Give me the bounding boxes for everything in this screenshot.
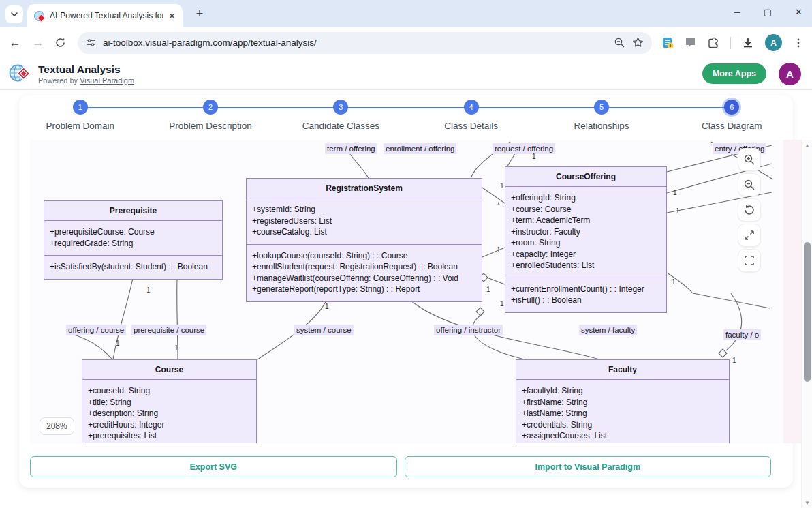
powered-by: Powered by Visual Paradigm xyxy=(38,76,134,85)
multiplicity-label: 1 xyxy=(732,357,736,364)
zoom-level-badge: 208% xyxy=(40,417,74,435)
back-button[interactable]: ← xyxy=(8,36,22,50)
step-number: 4 xyxy=(464,100,479,115)
user-avatar[interactable]: A xyxy=(779,63,801,85)
toolbar-divider xyxy=(730,37,731,49)
forward-button[interactable]: → xyxy=(31,36,45,50)
scroll-down-button[interactable]: ▼ xyxy=(802,497,812,508)
visual-paradigm-logo xyxy=(8,62,31,85)
app-header: Textual Analysis Powered by Visual Parad… xyxy=(0,58,812,90)
extensions-icon[interactable] xyxy=(707,37,719,49)
scroll-up-button[interactable]: ▲ xyxy=(802,140,812,151)
page-scrollbar[interactable]: ▲ ▼ xyxy=(801,140,812,508)
app-titles: Textual Analysis Powered by Visual Parad… xyxy=(38,63,134,85)
address-bar[interactable]: ai-toolbox.visual-paradigm.com/app/textu… xyxy=(78,32,652,54)
close-button[interactable]: ✕ xyxy=(795,7,802,17)
multiplicity-label: 1 xyxy=(532,153,536,160)
tab-close-icon[interactable]: ✕ xyxy=(168,11,176,21)
toolbar-icons: A xyxy=(661,34,804,51)
browser-toolbar: ← → ai-toolbox.visual-paradigm.com/app/t… xyxy=(0,27,812,58)
steps: 1Problem Domain2Problem Description3Cand… xyxy=(15,90,797,140)
comment-bubble-icon[interactable] xyxy=(685,37,696,48)
maximize-button[interactable]: ▢ xyxy=(764,7,772,17)
zoom-in-button[interactable] xyxy=(738,148,761,171)
expand-icon xyxy=(743,229,755,241)
canvas-controls xyxy=(738,148,761,272)
step-number: 6 xyxy=(724,100,739,115)
diagram-canvas[interactable]: Prerequisite+prerequisiteCourse: Course+… xyxy=(30,140,801,443)
chevron-down-icon xyxy=(10,10,18,18)
step-label: Class Details xyxy=(444,121,498,131)
page: AI-Powered Textual Analysis for ✕ + ─ ▢ … xyxy=(0,0,812,508)
multiplicity-label: 1 xyxy=(672,279,676,286)
browser-tab[interactable]: AI-Powered Textual Analysis for ✕ xyxy=(27,4,183,27)
import-to-vp-button[interactable]: Import to Visual Paradigm xyxy=(405,456,772,477)
step-number: 3 xyxy=(333,100,348,115)
reset-view-button[interactable] xyxy=(738,198,761,222)
step-number: 2 xyxy=(203,100,218,115)
multiplicity-label: 1 xyxy=(116,340,120,347)
new-tab-button[interactable]: + xyxy=(192,7,207,21)
reload-button[interactable] xyxy=(54,37,68,48)
step-problem-domain[interactable]: 1Problem Domain xyxy=(15,90,145,140)
step-number: 5 xyxy=(594,100,609,115)
browser-menu-icon[interactable] xyxy=(793,38,804,48)
zoom-out-icon xyxy=(743,179,755,191)
translate-page-icon[interactable] xyxy=(661,37,674,49)
footer-actions: Export SVG Import to Visual Paradigm xyxy=(30,456,771,477)
site-favicon-icon xyxy=(34,11,44,21)
multiplicity-label: 1 xyxy=(325,303,329,310)
zoom-in-icon xyxy=(743,153,755,166)
window-controls: ─ ▢ ✕ xyxy=(734,7,802,17)
wizard-stepper: 1Problem Domain2Problem Description3Cand… xyxy=(0,90,812,140)
zoom-out-button[interactable] xyxy=(738,173,761,196)
url-text[interactable]: ai-toolbox.visual-paradigm.com/app/textu… xyxy=(103,38,607,48)
more-apps-button[interactable]: More Apps xyxy=(702,63,766,84)
multiplicity-label: 1 xyxy=(673,190,677,196)
fullscreen-icon xyxy=(743,254,755,267)
multiplicity-label: 1 xyxy=(497,247,501,254)
step-label: Problem Domain xyxy=(46,121,114,131)
reset-view-icon xyxy=(743,204,755,216)
multiplicity-label: * xyxy=(497,202,500,209)
fullscreen-button[interactable] xyxy=(738,249,761,272)
step-label: Problem Description xyxy=(169,121,252,131)
multiplicity-label: 1 xyxy=(500,183,504,190)
download-icon[interactable] xyxy=(742,37,754,49)
minimize-button[interactable]: ─ xyxy=(734,7,740,17)
canvas-edge xyxy=(783,140,801,443)
export-svg-button[interactable]: Export SVG xyxy=(30,456,397,477)
scrollbar-thumb[interactable] xyxy=(804,242,811,382)
powered-by-link[interactable]: Visual Paradigm xyxy=(80,76,134,85)
step-class-details[interactable]: 4Class Details xyxy=(406,90,536,140)
expand-button[interactable] xyxy=(738,224,761,247)
tab-title: AI-Powered Textual Analysis for xyxy=(50,11,163,20)
step-number: 1 xyxy=(73,100,88,115)
multiplicity-label: 1 xyxy=(676,208,680,215)
site-settings-icon[interactable] xyxy=(86,38,96,48)
step-label: Class Diagram xyxy=(702,121,762,131)
step-candidate-classes[interactable]: 3Candidate Classes xyxy=(276,90,406,140)
bookmark-star-icon[interactable] xyxy=(632,37,644,48)
step-label: Candidate Classes xyxy=(302,121,379,131)
multiplicity-layer: 11*11111111111 xyxy=(30,140,772,443)
app-title: Textual Analysis xyxy=(38,63,134,76)
reload-icon xyxy=(54,37,66,48)
page-zoom-icon[interactable] xyxy=(614,37,625,48)
step-class-diagram[interactable]: 6Class Diagram xyxy=(667,90,797,140)
multiplicity-label: 1 xyxy=(500,301,504,308)
step-problem-description[interactable]: 2Problem Description xyxy=(145,90,275,140)
step-relationships[interactable]: 5Relationships xyxy=(536,90,666,140)
tab-search-button[interactable] xyxy=(5,5,23,23)
browser-profile-avatar[interactable]: A xyxy=(765,34,782,51)
diagram-viewport: Prerequisite+prerequisiteCourse: Course+… xyxy=(30,140,772,443)
multiplicity-label: 1 xyxy=(174,345,178,352)
browser-tabstrip: AI-Powered Textual Analysis for ✕ + ─ ▢ … xyxy=(0,0,812,27)
multiplicity-label: 1 xyxy=(486,286,490,293)
step-label: Relationships xyxy=(574,121,629,131)
multiplicity-label: 1 xyxy=(146,287,151,294)
